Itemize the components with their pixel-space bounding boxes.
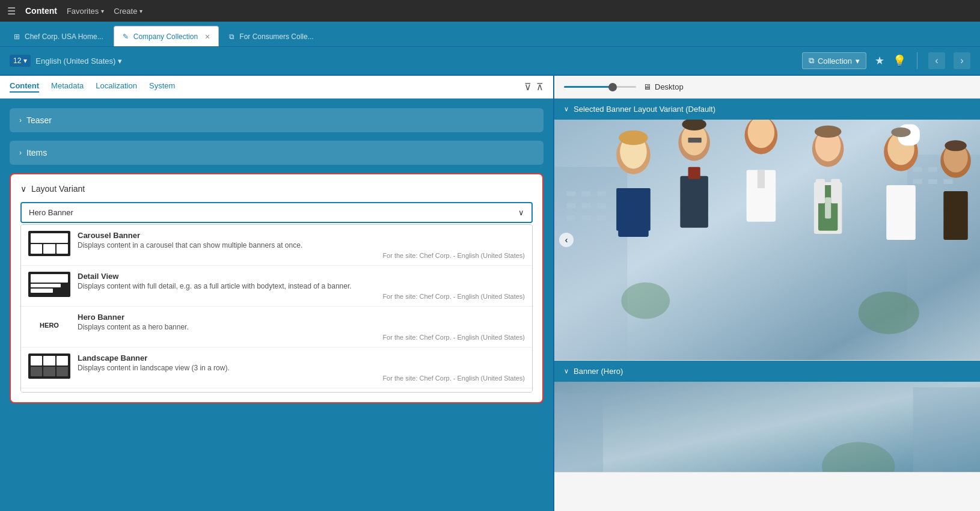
detail-icon bbox=[28, 272, 70, 297]
tab-for-consumers[interactable]: ⧉ For Consumers Colle... bbox=[220, 26, 322, 46]
svg-rect-6 bbox=[582, 203, 591, 208]
landscape-content: Landscape Banner Displays content in lan… bbox=[78, 353, 525, 382]
left-panel: Content Metadata Localization System ⊽ ⊼… bbox=[0, 76, 553, 511]
favorites-menu[interactable]: Favorites ▾ bbox=[67, 7, 104, 16]
dropdown-list: Carousel Banner Displays content in a ca… bbox=[20, 224, 533, 393]
svg-rect-15 bbox=[913, 179, 922, 184]
svg-point-50 bbox=[891, 127, 910, 137]
banner-hero-label: Banner (Hero) bbox=[574, 367, 623, 376]
svg-rect-10 bbox=[597, 216, 606, 221]
option-hero[interactable]: HERO Hero Banner Displays content as a h… bbox=[21, 307, 532, 347]
language-label: English (United States) bbox=[35, 57, 115, 66]
option-landscape[interactable]: Landscape Banner Displays content in lan… bbox=[21, 347, 532, 388]
zoom-slider[interactable] bbox=[564, 86, 636, 88]
collapse-all-button[interactable]: ⊽ bbox=[524, 81, 531, 93]
subtab-bar: Content Metadata Localization System ⊽ ⊼ bbox=[0, 76, 553, 99]
svg-point-18 bbox=[621, 283, 670, 319]
tab-chef-corp-label: Chef Corp. USA Home... bbox=[25, 32, 103, 41]
svg-rect-37 bbox=[758, 170, 765, 188]
tab-metadata[interactable]: Metadata bbox=[51, 81, 84, 93]
svg-rect-24 bbox=[639, 188, 651, 231]
tab-chef-corp[interactable]: ⊞ Chef Corp. USA Home... bbox=[5, 26, 112, 46]
desktop-monitor-icon: 🖥 bbox=[643, 82, 651, 91]
items-section-header[interactable]: › Items bbox=[10, 141, 544, 165]
landscape-icon bbox=[28, 353, 70, 379]
carousel-icon bbox=[28, 231, 70, 256]
selected-banner-section: ∨ Selected Banner Layout Variant (Defaul… bbox=[554, 99, 980, 361]
detail-desc: Displays content with full detail, e.g. … bbox=[78, 282, 525, 290]
teaser-section-header[interactable]: › Teaser bbox=[10, 108, 544, 132]
svg-rect-57 bbox=[913, 387, 980, 472]
svg-rect-12 bbox=[913, 167, 922, 172]
collection-button[interactable]: ⧉ Collection ▾ bbox=[802, 52, 866, 69]
hero-content: Hero Banner Displays content as a hero b… bbox=[78, 313, 525, 341]
selected-banner-header[interactable]: ∨ Selected Banner Layout Variant (Defaul… bbox=[554, 99, 980, 120]
top-navbar: ☰ Content Favorites ▾ Create ▾ bbox=[0, 0, 980, 22]
toolbar-divider bbox=[917, 52, 917, 69]
banner-preview-image bbox=[554, 382, 980, 472]
right-panel: 🖥 Desktop ∨ Selected Banner Layout Varia… bbox=[554, 76, 980, 511]
detail-site: For the site: Chef Corp. - English (Unit… bbox=[78, 293, 525, 300]
svg-rect-30 bbox=[688, 167, 700, 179]
create-menu[interactable]: Create ▾ bbox=[114, 7, 142, 16]
desktop-label: 🖥 Desktop bbox=[643, 82, 684, 91]
tab-system[interactable]: System bbox=[149, 81, 175, 93]
favorites-chevron-icon: ▾ bbox=[101, 8, 104, 14]
option-detail[interactable]: Detail View Displays content with full d… bbox=[21, 266, 532, 307]
banner-hero-header[interactable]: ∨ Banner (Hero) bbox=[554, 361, 980, 382]
svg-rect-17 bbox=[943, 179, 952, 184]
toolbar-left: 12 ▾ English (United States) ▾ bbox=[10, 55, 795, 67]
svg-rect-9 bbox=[582, 216, 591, 221]
tab-company-collection[interactable]: ✎ Company Collection × bbox=[114, 26, 219, 46]
svg-rect-29 bbox=[680, 176, 708, 228]
banner-preview-svg bbox=[554, 382, 980, 472]
detail-title: Detail View bbox=[78, 272, 525, 281]
svg-rect-45 bbox=[825, 197, 831, 218]
version-chevron-icon: ▾ bbox=[23, 57, 27, 65]
star-button[interactable]: ★ bbox=[875, 54, 884, 67]
carousel-prev-button[interactable]: ‹ bbox=[559, 233, 574, 247]
language-selector[interactable]: English (United States) ▾ bbox=[35, 57, 122, 66]
tab-edit-icon: ✎ bbox=[123, 32, 129, 41]
svg-rect-43 bbox=[831, 179, 840, 203]
subtab-actions: ⊽ ⊼ bbox=[524, 81, 544, 93]
preview-image-area: ‹ bbox=[554, 120, 980, 360]
expand-all-button[interactable]: ⊼ bbox=[536, 81, 544, 93]
svg-rect-23 bbox=[616, 188, 628, 231]
svg-rect-13 bbox=[928, 167, 937, 172]
teaser-chevron-icon: › bbox=[19, 116, 22, 124]
tab-close-button[interactable]: × bbox=[205, 32, 210, 41]
right-content: ∨ Selected Banner Layout Variant (Defaul… bbox=[554, 99, 980, 511]
option-carousel[interactable]: Carousel Banner Displays content in a ca… bbox=[21, 225, 532, 266]
collection-btn-label: Collection bbox=[818, 57, 852, 66]
version-selector[interactable]: 12 ▾ bbox=[10, 55, 31, 67]
option-leftright[interactable]: Left-Right Banner Displays content alter… bbox=[21, 388, 532, 393]
layout-variant-header[interactable]: ∨ Layout Variant bbox=[20, 184, 533, 194]
language-chevron-icon: ▾ bbox=[118, 57, 122, 66]
svg-rect-5 bbox=[566, 203, 575, 208]
forward-button[interactable]: › bbox=[954, 52, 970, 69]
hamburger-menu-icon[interactable]: ☰ bbox=[7, 5, 16, 17]
banner-hero-chevron-icon: ∨ bbox=[564, 367, 569, 375]
svg-rect-42 bbox=[816, 179, 825, 203]
back-button[interactable]: ‹ bbox=[928, 52, 945, 69]
carousel-site: For the site: Chef Corp. - English (Unit… bbox=[78, 252, 525, 259]
bulb-button[interactable]: 💡 bbox=[893, 54, 906, 67]
items-section-label: Items bbox=[26, 148, 47, 158]
tab-localization[interactable]: Localization bbox=[96, 81, 137, 93]
svg-point-44 bbox=[815, 126, 842, 138]
collection-btn-chevron-icon: ▾ bbox=[856, 57, 860, 66]
preview-image: ‹ bbox=[554, 120, 980, 360]
carousel-desc: Displays content in a carousel that can … bbox=[78, 241, 525, 249]
landscape-title: Landscape Banner bbox=[78, 353, 525, 363]
teaser-section-label: Teaser bbox=[26, 115, 52, 125]
items-section: › Items bbox=[10, 141, 544, 165]
svg-rect-4 bbox=[597, 191, 606, 196]
app-title: Content bbox=[25, 6, 57, 16]
toolbar: 12 ▾ English (United States) ▾ ⧉ Collect… bbox=[0, 47, 980, 76]
landscape-site: For the site: Chef Corp. - English (Unit… bbox=[78, 375, 525, 382]
layout-variant-dropdown[interactable]: Hero Banner ∨ bbox=[20, 202, 533, 223]
tab-content[interactable]: Content bbox=[10, 81, 39, 93]
svg-rect-49 bbox=[886, 185, 916, 240]
collection-btn-icon: ⧉ bbox=[809, 56, 814, 66]
